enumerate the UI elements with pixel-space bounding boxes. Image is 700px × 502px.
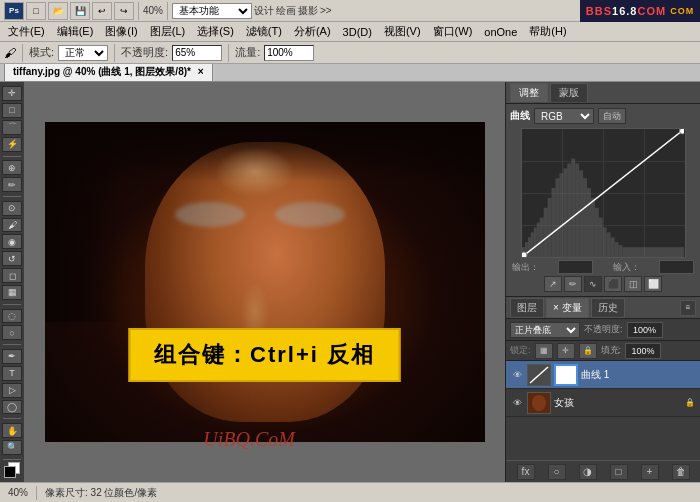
tab-channels[interactable]: × 变量 — [546, 298, 589, 318]
flow-input[interactable] — [264, 45, 314, 61]
file-icon-group: Ps □ 📂 💾 ↩ ↪ — [4, 2, 134, 20]
menu-3d[interactable]: 3D(D) — [337, 24, 378, 40]
tab-history[interactable]: 历史 — [591, 298, 625, 318]
mode-dropdown[interactable]: 正常 — [58, 45, 108, 61]
lasso-tool[interactable]: ⌒ — [2, 120, 22, 135]
curve-tool-6[interactable]: ⬜ — [644, 276, 662, 292]
layers-panel: 图层 × 变量 历史 ≡ 正片叠底 不透明度: 锁定: ▦ ✛ 🔒 填充: — [506, 297, 700, 482]
layer-mask-btn[interactable]: ○ — [548, 464, 566, 480]
layers-menu-btn[interactable]: ≡ — [680, 300, 696, 316]
lock-pixel-btn[interactable]: ▦ — [535, 343, 553, 359]
stamp-tool[interactable]: ◉ — [2, 234, 22, 249]
layer-list: 👁 曲线 1 — [506, 361, 700, 460]
document-tab[interactable]: tiffany.jpg @ 40% (曲线 1, 图层效果/8)* × — [4, 62, 213, 81]
curves-graph — [521, 128, 686, 258]
lock-all-btn[interactable]: 🔒 — [579, 343, 597, 359]
svg-rect-24 — [610, 237, 614, 257]
menu-edit[interactable]: 编辑(E) — [51, 22, 100, 41]
fill-value-input[interactable] — [625, 343, 661, 359]
output-input[interactable] — [558, 260, 593, 274]
tool-sep5 — [3, 418, 21, 419]
workspace-dropdown[interactable]: 基本功能 — [172, 3, 252, 19]
menu-select[interactable]: 选择(S) — [191, 22, 240, 41]
zoom-tool[interactable]: 🔍 — [2, 440, 22, 455]
layer-fx-btn[interactable]: fx — [517, 464, 535, 480]
ps-icon[interactable]: Ps — [4, 2, 24, 20]
new-icon[interactable]: □ — [26, 2, 46, 20]
fg-color-swatch[interactable] — [4, 466, 16, 478]
curves-channel-dropdown[interactable]: RGB — [534, 108, 594, 124]
svg-rect-15 — [575, 163, 579, 257]
document-tabbar: tiffany.jpg @ 40% (曲线 1, 图层效果/8)* × — [0, 64, 700, 82]
lock-pos-btn[interactable]: ✛ — [557, 343, 575, 359]
tb2-sep1 — [22, 44, 23, 62]
delete-layer-btn[interactable]: 🗑 — [672, 464, 690, 480]
curves-auto-btn[interactable]: 自动 — [598, 108, 626, 124]
marquee-tool[interactable]: □ — [2, 103, 22, 118]
layer-visibility-btn[interactable]: 👁 — [510, 396, 524, 410]
lock-label: 锁定: — [510, 344, 531, 357]
save-icon[interactable]: 💾 — [70, 2, 90, 20]
tool-sep2 — [3, 196, 21, 197]
healing-tool[interactable]: ⊙ — [2, 201, 22, 216]
menu-image[interactable]: 图像(I) — [99, 22, 143, 41]
blend-mode-dropdown[interactable]: 正片叠底 — [510, 322, 580, 338]
menu-layer[interactable]: 图层(L) — [144, 22, 191, 41]
open-icon[interactable]: 📂 — [48, 2, 68, 20]
new-layer-btn[interactable]: + — [641, 464, 659, 480]
brush-tool[interactable]: 🖌 — [2, 218, 22, 233]
tab-adjustments[interactable]: 调整 — [510, 83, 548, 102]
eyedropper-tool[interactable]: ✏ — [2, 177, 22, 192]
menu-help[interactable]: 帮助(H) — [523, 22, 572, 41]
gradient-tool[interactable]: ▦ — [2, 285, 22, 300]
move-tool[interactable]: ✛ — [2, 86, 22, 101]
tab-close-btn[interactable]: × — [198, 66, 204, 77]
input-input[interactable] — [659, 260, 694, 274]
eraser-tool[interactable]: ◻ — [2, 268, 22, 283]
main-workspace: ✛ □ ⌒ ⚡ ⊕ ✏ ⊙ 🖌 ◉ ↺ ◻ ▦ ◌ ○ ✒ T ▷ ◯ ✋ 🔍 — [0, 82, 700, 482]
layer-visibility-btn[interactable]: 👁 — [510, 368, 524, 382]
opacity-input[interactable] — [172, 45, 222, 61]
undo-icon[interactable]: ↩ — [92, 2, 112, 20]
hand-tool[interactable]: ✋ — [2, 423, 22, 438]
curve-tool-3[interactable]: ∿ — [584, 276, 602, 292]
more-label: >> — [320, 5, 332, 16]
new-group-btn[interactable]: □ — [610, 464, 628, 480]
history-brush[interactable]: ↺ — [2, 251, 22, 266]
curve-tool-1[interactable]: ↗ — [544, 276, 562, 292]
layer-mask-thumb — [554, 364, 578, 386]
svg-rect-5 — [536, 223, 539, 257]
tool-sep3 — [3, 304, 21, 305]
dodge-tool[interactable]: ○ — [2, 325, 22, 340]
svg-rect-21 — [598, 218, 602, 257]
menu-window[interactable]: 窗口(W) — [427, 22, 479, 41]
path-select[interactable]: ▷ — [2, 383, 22, 398]
new-adjustment-btn[interactable]: ◑ — [579, 464, 597, 480]
crop-tool[interactable]: ⊕ — [2, 160, 22, 175]
opacity-value-input[interactable] — [627, 322, 663, 338]
magic-wand-tool[interactable]: ⚡ — [2, 137, 22, 152]
redo-icon[interactable]: ↪ — [114, 2, 134, 20]
menu-onone[interactable]: onOne — [478, 24, 523, 40]
menu-analyze[interactable]: 分析(A) — [288, 22, 337, 41]
svg-rect-17 — [583, 178, 587, 257]
tb2-sep2 — [114, 44, 115, 62]
menu-file[interactable]: 文件(E) — [2, 22, 51, 41]
layer-name-label: 女孩 — [554, 396, 681, 410]
pen-tool[interactable]: ✒ — [2, 349, 22, 364]
curve-tool-4[interactable]: ⬛ — [604, 276, 622, 292]
menu-view[interactable]: 视图(V) — [378, 22, 427, 41]
left-eye-highlight — [175, 202, 245, 227]
shape-tool[interactable]: ◯ — [2, 400, 22, 415]
menu-filter[interactable]: 滤镜(T) — [240, 22, 288, 41]
tab-masks[interactable]: 蒙版 — [550, 83, 588, 102]
curve-tool-5[interactable]: ◫ — [624, 276, 642, 292]
blur-tool[interactable]: ◌ — [2, 309, 22, 324]
curve-tool-2[interactable]: ✏ — [564, 276, 582, 292]
menu-bar: 文件(E) 编辑(E) 图像(I) 图层(L) 选择(S) 滤镜(T) 分析(A… — [0, 22, 700, 42]
layer-row[interactable]: 👁 女孩 🔒 — [506, 389, 700, 417]
tab-layers[interactable]: 图层 — [510, 298, 544, 318]
layer-row[interactable]: 👁 曲线 1 — [506, 361, 700, 389]
text-tool[interactable]: T — [2, 366, 22, 381]
fg-bg-colors[interactable] — [2, 464, 22, 478]
